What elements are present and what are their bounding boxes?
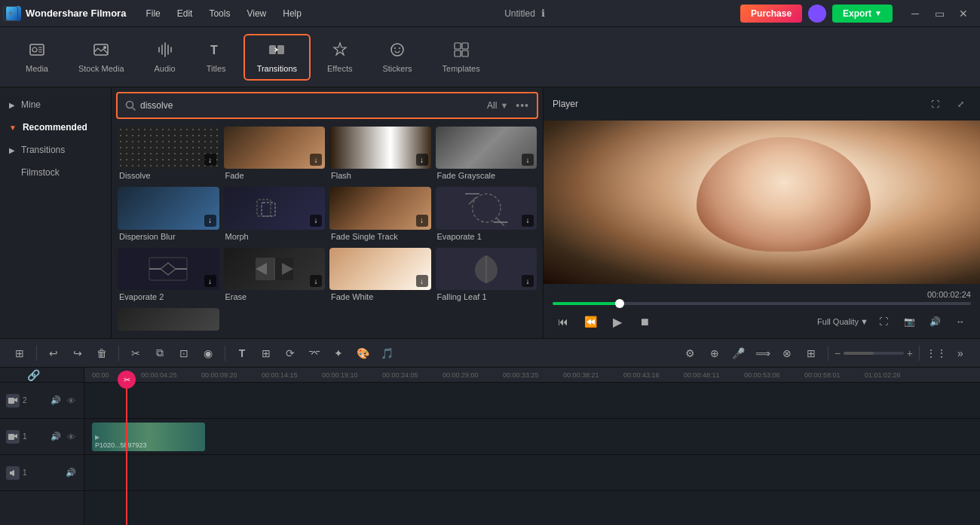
more-tl-button[interactable]: » xyxy=(950,343,971,364)
toolbar-transitions[interactable]: Transitions xyxy=(243,34,311,81)
adjust-button[interactable]: ⊞ xyxy=(256,343,277,364)
link-icon[interactable]: 🔗 xyxy=(27,369,40,381)
split-tl-button[interactable]: ⊗ xyxy=(776,343,798,364)
transition-morph[interactable]: ↓ Morph xyxy=(224,187,326,243)
volume-button[interactable]: 🔊 xyxy=(924,311,945,332)
effects-icon xyxy=(332,41,348,61)
info-icon[interactable]: ℹ xyxy=(541,8,545,19)
menu-file[interactable]: File xyxy=(138,5,167,22)
step-back-button[interactable]: ⏪ xyxy=(580,311,601,332)
text-button[interactable]: T xyxy=(231,343,253,364)
track-2-lane[interactable] xyxy=(84,383,980,419)
copy-button[interactable]: ⧉ xyxy=(149,343,170,364)
toolbar-templates-label: Templates xyxy=(443,64,480,73)
transition-fade[interactable]: ↓ Fade xyxy=(224,127,326,182)
split-button[interactable]: ⌤ xyxy=(304,343,325,364)
purchase-button[interactable]: Purchase xyxy=(740,5,802,23)
panel-transitions[interactable]: ▶ Transitions xyxy=(0,139,111,161)
transition-fade-single-track[interactable]: ↓ Fade Single Track xyxy=(329,187,431,243)
screenshot-button[interactable]: 📷 xyxy=(899,311,920,332)
transition-dispersion-blur[interactable]: ↓ Dispersion Blur xyxy=(118,187,219,243)
color-button[interactable]: 🎨 xyxy=(352,343,373,364)
transition-erase[interactable]: ↓ Erase xyxy=(224,248,326,304)
transition-falling-leaf-1[interactable]: ↓ Falling Leaf 1 xyxy=(436,248,537,304)
transition-fade-white[interactable]: ↓ Fade White xyxy=(329,248,431,304)
quality-selector[interactable]: Full Quality ▼ xyxy=(817,317,868,326)
toolbar-stock-media[interactable]: Stock Media xyxy=(65,34,138,81)
fullscreen-button[interactable]: ⛶ xyxy=(873,311,894,332)
delete-button[interactable]: 🗑 xyxy=(91,343,112,364)
snap-button[interactable]: ⊕ xyxy=(704,343,725,364)
ruler-mark-6: 00:00:29:00 xyxy=(443,371,479,379)
panel-mine[interactable]: ▶ Mine xyxy=(0,93,111,116)
transition-flash[interactable]: ↓ Flash xyxy=(329,127,431,182)
track-1-volume-btn[interactable]: 🔊 xyxy=(49,430,63,444)
svg-rect-5 xyxy=(269,45,276,54)
transition-evaporate-1[interactable]: ↓ Evaporate 1 xyxy=(436,187,537,243)
track-audio-lane[interactable] xyxy=(84,455,980,491)
more-options-icon[interactable]: ••• xyxy=(516,99,529,111)
download-icon: ↓ xyxy=(522,215,534,227)
toolbar-effects[interactable]: Effects xyxy=(314,34,366,81)
hide-button[interactable]: ◉ xyxy=(198,343,219,364)
panel-filmstock[interactable]: Filmstock xyxy=(0,161,111,184)
settings-button[interactable]: ↔ xyxy=(950,311,971,332)
player-pip-button[interactable]: ⛶ xyxy=(924,93,945,114)
maximize-button[interactable]: ▭ xyxy=(929,3,950,24)
toolbar-media[interactable]: Media xyxy=(12,34,62,81)
menu-view[interactable]: View xyxy=(239,5,274,22)
rewind-button[interactable]: ⏮ xyxy=(553,311,574,332)
player-expand-button[interactable]: ⤢ xyxy=(950,93,971,114)
transition-evaporate-2[interactable]: ↓ Evaporate 2 xyxy=(118,248,219,304)
progress-bar[interactable] xyxy=(553,302,971,305)
avatar[interactable] xyxy=(808,5,826,23)
close-button[interactable]: ✕ xyxy=(953,3,974,24)
minimize-button[interactable]: ─ xyxy=(905,3,926,24)
toolbar-titles[interactable]: T Titles xyxy=(192,34,240,81)
zoom-out-icon[interactable]: − xyxy=(835,347,841,359)
audio-tl-button[interactable]: 🎵 xyxy=(376,343,397,364)
zoom-slider[interactable]: − + xyxy=(835,347,913,359)
track-2-volume-btn[interactable]: 🔊 xyxy=(49,394,63,407)
layout-button[interactable]: ⋮⋮ xyxy=(926,343,947,364)
export-button[interactable]: Export ▼ xyxy=(832,5,893,23)
menu-tools[interactable]: Tools xyxy=(201,5,237,22)
video-clip-1[interactable]: ▶ P1020...5897923 xyxy=(92,423,205,451)
filter-chevron-icon[interactable]: ▼ xyxy=(500,101,508,110)
speed-button[interactable]: ⟳ xyxy=(280,343,301,364)
track-1-eye-btn[interactable]: 👁 xyxy=(64,430,78,444)
stop-button[interactable]: ⏹ xyxy=(634,311,655,332)
mic-button[interactable]: 🎤 xyxy=(728,343,749,364)
insert-button[interactable]: ⊞ xyxy=(801,343,822,364)
ruler-mark-5: 00:00:24:05 xyxy=(382,371,418,379)
effects-tl-button[interactable]: ✦ xyxy=(328,343,349,364)
search-input[interactable] xyxy=(140,100,482,111)
zoom-in-icon[interactable]: + xyxy=(907,347,913,359)
ruler[interactable]: 00:00 00:00:04:25 00:00:09:20 00:00:14:1… xyxy=(84,368,980,383)
toolbar-audio[interactable]: Audio xyxy=(141,34,189,81)
transition-fade-grayscale[interactable]: ↓ Fade Grayscale xyxy=(436,127,537,182)
undo-button[interactable]: ↩ xyxy=(43,343,64,364)
main-content: ▶ Mine ▼ Recommended ▶ Transitions Films… xyxy=(0,87,980,338)
crop-button[interactable]: ⊡ xyxy=(173,343,194,364)
menu-help[interactable]: Help xyxy=(275,5,309,22)
panel-recommended[interactable]: ▼ Recommended xyxy=(0,116,111,139)
progress-thumb xyxy=(615,299,624,308)
track-audio-volume-btn[interactable]: 🔊 xyxy=(64,466,78,480)
track-2-eye-btn[interactable]: 👁 xyxy=(64,394,78,407)
cut-button[interactable]: ✂ xyxy=(125,343,146,364)
transition-dissolve[interactable]: ↓ Dissolve xyxy=(118,127,219,182)
track-1-lane[interactable]: ▶ P1020...5897923 xyxy=(84,419,980,455)
toggle-panel-button[interactable]: ⊞ xyxy=(9,343,30,364)
toolbar-stickers[interactable]: Stickers xyxy=(369,34,425,81)
toolbar-templates[interactable]: Templates xyxy=(429,34,494,81)
redo-button[interactable]: ↪ xyxy=(67,343,88,364)
play-button[interactable]: ▶ xyxy=(607,311,628,332)
transition-fade-thumb: ↓ xyxy=(224,127,326,169)
menu-edit[interactable]: Edit xyxy=(170,5,201,22)
ruler-mark-12: 00:00:58:01 xyxy=(804,371,841,379)
settings-tl-button[interactable]: ⚙ xyxy=(680,343,701,364)
transition-extra[interactable] xyxy=(118,308,219,335)
download-icon: ↓ xyxy=(522,154,534,166)
transitions-tl-button[interactable]: ⟹ xyxy=(752,343,773,364)
